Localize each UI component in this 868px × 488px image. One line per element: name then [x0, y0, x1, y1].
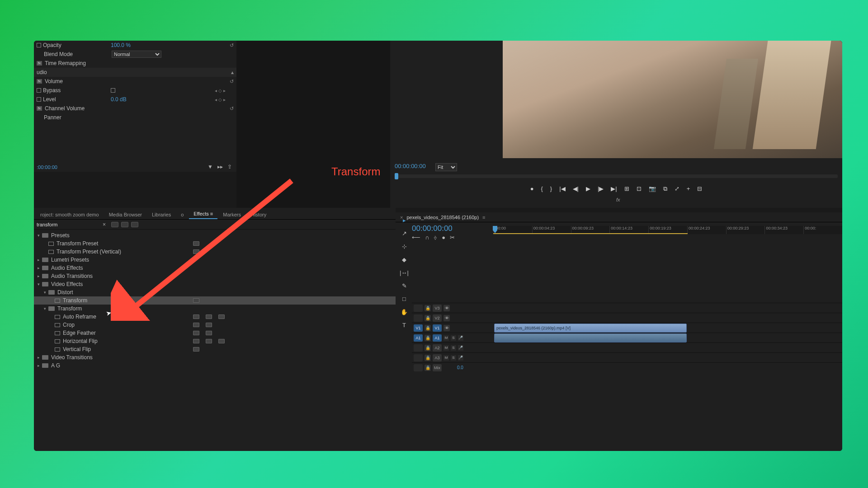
transport-btn-10[interactable]: 📷	[649, 185, 656, 196]
playhead-icon[interactable]	[395, 173, 398, 179]
source-patch[interactable]: V1	[414, 324, 423, 332]
folder-video-effects[interactable]: ▾Video Effects	[34, 280, 396, 288]
track-target[interactable]: A2	[433, 344, 442, 352]
voiceover-icon[interactable]: 🎤	[458, 335, 463, 341]
export-icon[interactable]: ⇪	[227, 164, 232, 170]
source-patch[interactable]	[414, 305, 423, 312]
lock-icon[interactable]: 🔒	[425, 335, 431, 341]
transport-btn-11[interactable]: ⧉	[663, 185, 667, 196]
effect-horizontal-flip[interactable]: Horizontal Flip	[34, 337, 396, 345]
source-patch[interactable]	[414, 354, 423, 361]
time-remap-row[interactable]: fx Time Remapping	[34, 59, 236, 68]
transport-btn-12[interactable]: ⤢	[675, 185, 679, 196]
eye-icon[interactable]: 👁	[443, 325, 450, 331]
track-lane[interactable]	[493, 333, 842, 343]
effect-edge-feather[interactable]: Edge Feather	[34, 329, 396, 337]
step-icon[interactable]: ▸▸	[217, 164, 223, 170]
tl-toggle-1[interactable]: ∩	[425, 234, 429, 241]
track-lane[interactable]	[493, 352, 842, 362]
opacity-row[interactable]: Opacity 100.0 % ↺	[34, 41, 236, 50]
video-clip[interactable]: pexels_videos_2818546 (2160p).mp4 [V]	[494, 324, 687, 333]
tab-o[interactable]: o	[176, 210, 188, 219]
effect-transform-preset[interactable]: Transform Preset	[34, 239, 396, 248]
transport-btn-4[interactable]: ◀|	[573, 185, 579, 196]
clear-search-icon[interactable]: ×	[100, 221, 108, 228]
track-lane[interactable]	[493, 313, 842, 323]
folder-audio-effects[interactable]: ▸Audio Effects	[34, 264, 396, 272]
voiceover-icon[interactable]: 🎤	[458, 355, 463, 361]
tab-roject-smooth-zoom-demo[interactable]: roject: smooth zoom demo	[36, 210, 104, 219]
voiceover-icon[interactable]: 🎤	[458, 345, 463, 351]
track-target[interactable]: A1	[433, 334, 442, 342]
program-timecode[interactable]: 00:00:00:00	[395, 163, 426, 169]
transport-btn-1[interactable]: {	[541, 185, 543, 196]
lock-icon[interactable]: 🔒	[425, 315, 431, 321]
eye-icon[interactable]: 👁	[443, 305, 450, 311]
tl-tool-1[interactable]: ↗	[399, 230, 409, 237]
track-target[interactable]: V2	[433, 314, 442, 322]
source-patch[interactable]	[414, 364, 423, 371]
tab-effects[interactable]: Effects ≡	[189, 209, 217, 219]
transport-btn-8[interactable]: ⊞	[624, 185, 629, 196]
bypass-row[interactable]: Bypass ◂ ◇ ▸	[34, 86, 236, 95]
tl-toggle-3[interactable]: ●	[442, 234, 445, 241]
transport-btn-7[interactable]: ▶|	[611, 185, 617, 196]
tl-tool-4[interactable]: |↔|	[399, 269, 409, 276]
transport-btn-9[interactable]: ⊡	[637, 185, 642, 196]
zoom-fit-select[interactable]: Fit	[435, 163, 457, 171]
video-preview[interactable]	[503, 41, 842, 158]
source-patch[interactable]	[414, 314, 423, 322]
channel-volume-row[interactable]: fx Channel Volume ↺	[34, 104, 236, 113]
reset-icon[interactable]: ↺	[230, 42, 234, 48]
keyframe-nav-icon[interactable]: ◂ ◇ ▸	[215, 97, 226, 102]
solo-icon[interactable]: S	[451, 345, 456, 351]
transport-btn-5[interactable]: ▶	[586, 185, 590, 196]
track-target[interactable]: V3	[433, 305, 442, 312]
track-header-v2[interactable]: 🔒V2👁	[412, 313, 493, 323]
tl-tool-2[interactable]: ⊹	[399, 243, 409, 250]
effect-crop[interactable]: Crop	[34, 321, 396, 329]
folder-video-transitions[interactable]: ▸Video Transitions	[34, 353, 396, 361]
transport-btn-0[interactable]: ●	[530, 185, 534, 196]
track-lane[interactable]	[493, 362, 842, 372]
lock-icon[interactable]: 🔒	[425, 365, 431, 371]
effect-transform-preset-vertical-[interactable]: Transform Preset (Vertical)	[34, 248, 396, 256]
sequence-tab[interactable]: pexels_videos_2818546 (2160p)	[406, 215, 479, 220]
solo-icon[interactable]: S	[451, 335, 456, 341]
source-patch[interactable]	[414, 344, 423, 352]
tab-media-browser[interactable]: Media Browser	[104, 210, 146, 219]
folder-audio-transitions[interactable]: ▸Audio Transitions	[34, 272, 396, 280]
audio-clip[interactable]	[494, 333, 687, 343]
lock-icon[interactable]: 🔒	[425, 355, 431, 361]
track-target[interactable]: Mix	[433, 364, 442, 371]
ec-timecode[interactable]: :00:00:00	[34, 164, 57, 170]
track-target[interactable]: A3	[433, 354, 442, 361]
transport-btn-2[interactable]: }	[550, 185, 552, 196]
stopwatch-icon[interactable]	[37, 97, 41, 102]
tl-tool-8[interactable]: T	[399, 322, 409, 328]
blend-mode-select[interactable]: Normal	[112, 51, 161, 58]
mix-value[interactable]: 0.0	[457, 365, 463, 370]
tab-markers[interactable]: Markers	[218, 210, 245, 219]
program-scrubber[interactable]	[395, 174, 838, 178]
transport-btn-13[interactable]: +	[687, 185, 690, 196]
stopwatch-icon[interactable]	[37, 88, 41, 93]
32bit-filter-icon[interactable]	[121, 222, 128, 227]
folder-a-g[interactable]: ▸A G	[34, 361, 396, 370]
mute-icon[interactable]: M	[443, 355, 449, 361]
tl-tool-3[interactable]: ◆	[399, 256, 409, 263]
folder-distort[interactable]: ▾Distort	[34, 288, 396, 296]
level-row[interactable]: Level 0.0 dB ◂ ◇ ▸	[34, 95, 236, 104]
work-area-bar[interactable]	[493, 233, 688, 234]
source-patch[interactable]: A1	[414, 334, 423, 342]
track-header-mix[interactable]: 🔒Mix0.0	[412, 362, 493, 372]
transport-btn-3[interactable]: |◀	[559, 185, 565, 196]
track-lane[interactable]	[493, 343, 842, 352]
accelerated-filter-icon[interactable]	[111, 222, 118, 227]
track-header-a1[interactable]: A1🔒A1MS🎤	[412, 333, 493, 343]
lock-icon[interactable]: 🔒	[425, 325, 431, 331]
track-header-a2[interactable]: 🔒A2MS🎤	[412, 343, 493, 352]
transport-btn-6[interactable]: |▶	[598, 185, 604, 196]
tl-toggle-2[interactable]: ⎀	[434, 234, 437, 241]
tl-toggle-4[interactable]: ✂	[450, 234, 455, 241]
